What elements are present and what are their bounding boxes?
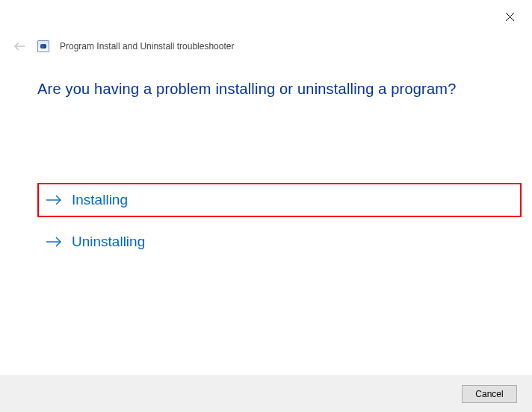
close-icon — [505, 12, 515, 22]
arrow-right-icon — [45, 193, 63, 207]
option-uninstalling[interactable]: Uninstalling — [37, 225, 522, 259]
close-button[interactable] — [502, 9, 517, 24]
main-content: Are you having a problem installing or u… — [37, 81, 522, 266]
header: Program Install and Uninstall troublesho… — [12, 39, 234, 54]
option-installing[interactable]: Installing — [37, 183, 522, 217]
back-button — [12, 39, 27, 54]
option-label: Installing — [72, 192, 128, 208]
cancel-button[interactable]: Cancel — [462, 385, 517, 403]
arrow-right-icon — [45, 235, 63, 249]
footer: Cancel — [0, 375, 532, 412]
window-title: Program Install and Uninstall troublesho… — [60, 41, 234, 52]
page-heading: Are you having a problem installing or u… — [37, 81, 522, 98]
option-label: Uninstalling — [72, 234, 145, 250]
arrow-left-icon — [13, 41, 25, 52]
app-icon — [37, 40, 49, 52]
